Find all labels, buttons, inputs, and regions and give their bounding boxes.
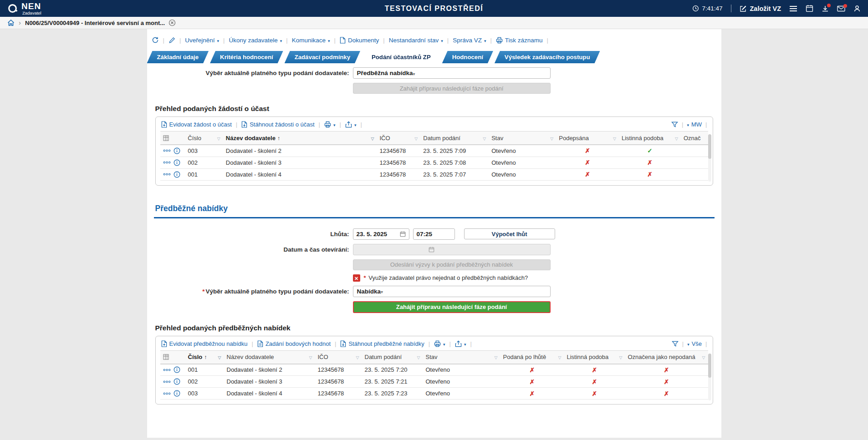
column-header-ico[interactable]: IČO bbox=[315, 351, 362, 364]
table-row[interactable]: 001 Dodavatel - školení 4 12345678 23. 5… bbox=[160, 168, 708, 180]
column-header-datum-podani[interactable]: Datum podání bbox=[420, 131, 489, 145]
column-settings-header[interactable] bbox=[160, 351, 185, 364]
opening-datetime-input[interactable] bbox=[353, 244, 551, 255]
calendar-icon[interactable] bbox=[400, 231, 406, 237]
view-select[interactable]: Vše bbox=[687, 340, 702, 347]
print-table-action[interactable] bbox=[324, 121, 336, 128]
column-filter-icon[interactable] bbox=[356, 354, 359, 360]
row-info-button[interactable] bbox=[174, 390, 180, 397]
register-request-action[interactable]: Evidovat žádost o účast bbox=[161, 121, 232, 128]
table-scrollbar[interactable] bbox=[708, 354, 711, 401]
tab-hodnoceni[interactable]: Hodnocení bbox=[442, 51, 493, 63]
toolbar-menu-komunikace[interactable]: Komunikace bbox=[292, 37, 330, 44]
column-header-stav[interactable]: Stav bbox=[423, 351, 500, 364]
view-select[interactable]: MW bbox=[687, 121, 702, 128]
deadline-calc-button[interactable]: Výpočet lhůt bbox=[464, 228, 555, 239]
row-more-button[interactable] bbox=[163, 173, 171, 176]
calendar-button[interactable] bbox=[806, 5, 813, 12]
create-vz-button[interactable]: Založit VZ bbox=[740, 5, 781, 12]
send-invitation-button-disabled[interactable]: Odeslání výzvy k podání předběžných nabí… bbox=[353, 259, 551, 270]
next-phase-button-disabled[interactable]: Zahájit přípravu následující fáze podání bbox=[353, 83, 551, 94]
deadline-date-input[interactable]: 23. 5. 2025 bbox=[353, 228, 409, 240]
row-info-button[interactable] bbox=[174, 378, 180, 385]
column-header-cislo[interactable]: Číslo bbox=[185, 131, 223, 145]
column-filter-icon[interactable] bbox=[217, 135, 220, 142]
row-info-button[interactable] bbox=[174, 159, 180, 166]
column-filter-icon[interactable] bbox=[702, 354, 705, 360]
row-more-button[interactable] bbox=[163, 369, 171, 371]
toolbar-menu-dokumenty[interactable]: Dokumenty bbox=[340, 37, 379, 44]
row-info-button[interactable] bbox=[174, 147, 180, 154]
row-info-button[interactable] bbox=[174, 366, 180, 373]
column-filter-icon[interactable] bbox=[483, 135, 486, 142]
column-filter-icon[interactable] bbox=[417, 354, 420, 360]
column-header-nazev-dodavatele[interactable]: Název dodavatele bbox=[224, 351, 315, 364]
column-filter-icon[interactable] bbox=[414, 135, 418, 142]
download-offers-action[interactable]: Stáhnout předběžné nabídky bbox=[340, 340, 424, 347]
table-row[interactable]: 002 Dodavatel - školení 3 12345678 23. 5… bbox=[160, 157, 708, 168]
column-filter-icon[interactable] bbox=[495, 354, 498, 360]
export-table-action[interactable] bbox=[455, 340, 466, 347]
column-header-stav[interactable]: Stav bbox=[489, 131, 556, 145]
checkbox-no-icon[interactable] bbox=[353, 274, 360, 282]
deadline-time-input[interactable]: 07:25 bbox=[413, 228, 455, 240]
profile-button[interactable] bbox=[853, 5, 861, 12]
tab-vysledek-zadavaciho-postupu[interactable]: Výsledek zadávacího postupu bbox=[495, 51, 600, 63]
toolbar-menu-nestandardni-stav[interactable]: Nestandardní stav bbox=[389, 37, 443, 44]
tab-zakladni-udaje[interactable]: Základní údaje bbox=[147, 51, 209, 63]
column-header-nazev-dodavatele[interactable]: Název dodavatele bbox=[223, 131, 377, 145]
column-filter-icon[interactable] bbox=[558, 354, 562, 360]
table-row[interactable]: 001 Dodavatel - školení 2 12345678 23. 5… bbox=[160, 364, 708, 376]
column-header-ico[interactable]: IČO bbox=[377, 131, 421, 145]
enter-points-action[interactable]: Zadání bodových hodnot bbox=[257, 340, 331, 347]
submission-type-select[interactable]: Předběžná nabídka bbox=[353, 67, 551, 79]
breadcrumb-record-tab[interactable]: N006/25/V00004949 - Interiérové servisní… bbox=[25, 19, 176, 26]
download-requests-action[interactable]: Stáhnout žádosti o účast bbox=[241, 121, 314, 128]
column-filter-icon[interactable] bbox=[619, 354, 623, 360]
home-button[interactable] bbox=[7, 19, 15, 26]
table-row[interactable]: 003 Dodavatel - školení 2 12345678 23. 5… bbox=[160, 145, 708, 157]
row-more-button[interactable] bbox=[163, 161, 171, 164]
filter-button[interactable] bbox=[672, 341, 679, 347]
export-table-action[interactable] bbox=[345, 121, 357, 128]
column-filter-icon[interactable] bbox=[550, 135, 553, 142]
tab-zadavaci-podminky[interactable]: Zadávací podmínky bbox=[285, 51, 360, 63]
offer-type-select[interactable]: Nabídka bbox=[353, 286, 551, 297]
row-more-button[interactable] bbox=[163, 380, 171, 383]
toolbar-print-record[interactable]: Tisk záznamu bbox=[496, 37, 543, 44]
table-row[interactable]: 002 Dodavatel - školení 3 12345678 23. 5… bbox=[160, 376, 708, 388]
column-filter-icon[interactable] bbox=[218, 354, 221, 360]
filter-button[interactable] bbox=[671, 121, 678, 127]
column-filter-icon[interactable] bbox=[675, 135, 678, 142]
column-header-listinna-podoba[interactable]: Listinná podoba bbox=[564, 351, 625, 364]
tab-kriteria-hodnoceni[interactable]: Kritéria hodnocení bbox=[210, 51, 283, 63]
column-filter-icon[interactable] bbox=[371, 135, 374, 142]
column-header-podepsana[interactable]: Podepsána bbox=[556, 131, 619, 145]
table-row[interactable]: 003 Dodavatel - školení 4 12345678 23. 5… bbox=[160, 388, 708, 400]
row-more-button[interactable] bbox=[163, 149, 171, 152]
register-offer-action[interactable]: Evidovat předběžnou nabídku bbox=[161, 340, 248, 347]
column-settings-header[interactable] bbox=[160, 131, 185, 145]
messages-button[interactable] bbox=[837, 5, 845, 12]
row-info-button[interactable] bbox=[174, 171, 180, 178]
history-button[interactable] bbox=[152, 36, 159, 44]
column-header-listinna-podoba[interactable]: Listinná podoba bbox=[619, 131, 681, 145]
tab-podani-ucastniku-zp[interactable]: Podání účastníků ZP bbox=[362, 51, 441, 63]
row-more-button[interactable] bbox=[163, 392, 171, 395]
edit-record-button[interactable] bbox=[168, 37, 175, 44]
table-scrollbar[interactable] bbox=[708, 134, 711, 182]
column-header-podana-po-lhute[interactable]: Podaná po lhůtě bbox=[500, 351, 564, 364]
toolbar-menu-ukony-zadavatele[interactable]: Úkony zadavatele bbox=[229, 37, 282, 44]
print-table-action[interactable] bbox=[434, 340, 445, 347]
column-filter-icon[interactable] bbox=[613, 135, 616, 142]
column-header-cislo[interactable]: Číslo bbox=[185, 351, 224, 364]
downloads-button[interactable] bbox=[822, 5, 829, 12]
toolbar-menu-sprava-vz[interactable]: Správa VZ bbox=[453, 37, 486, 44]
menu-button[interactable] bbox=[789, 5, 797, 12]
scrollbar-thumb[interactable] bbox=[708, 354, 711, 378]
toolbar-menu-uverejneni[interactable]: Uveřejnění bbox=[185, 37, 219, 44]
scrollbar-thumb[interactable] bbox=[708, 134, 711, 159]
column-header-oznacena[interactable]: Označ bbox=[681, 131, 708, 145]
column-header-oznacena-jako-nepodana[interactable]: Označena jako nepodaná bbox=[625, 351, 708, 364]
column-filter-icon[interactable] bbox=[309, 354, 312, 360]
